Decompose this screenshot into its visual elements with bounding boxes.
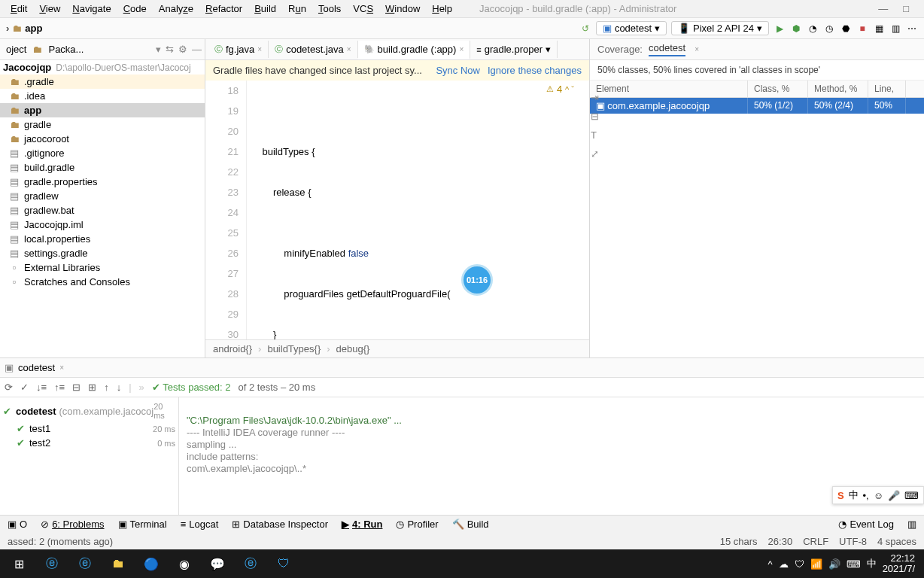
ime-toolbar[interactable]: S 中 •, ☺ 🎤 ⌨ xyxy=(832,486,924,504)
tray-clock[interactable]: 22:122021/7/ xyxy=(883,553,915,575)
project-tab[interactable]: oject xyxy=(3,44,29,55)
sync-icon[interactable]: ↺ xyxy=(579,23,591,35)
taskbar-ie2[interactable]: ⓔ xyxy=(235,552,266,576)
status-position[interactable]: 26:30 xyxy=(768,536,793,547)
database-tab[interactable]: ⊞ Database Inspector xyxy=(232,519,328,530)
tree-item[interactable]: ▤gradle.properties xyxy=(0,175,205,189)
more-icon[interactable]: ⋯ xyxy=(906,23,918,35)
tree-item[interactable]: ▤build.gradle xyxy=(0,160,205,175)
editor-tab[interactable]: ≡gradle.proper▾ xyxy=(470,41,558,58)
tree-item[interactable]: ▤local.properties xyxy=(0,232,205,246)
sort-icon[interactable]: ↓≡ xyxy=(36,382,47,393)
col-line[interactable]: Line, xyxy=(868,81,906,97)
col-element[interactable]: Element xyxy=(590,81,748,97)
coverage-row[interactable]: ▣ com.example.jacocojqp 50% (1/2) 50% (2… xyxy=(590,98,924,114)
ime-icon[interactable]: •, xyxy=(863,490,869,501)
close-icon[interactable]: × xyxy=(347,45,351,53)
tray-ime-icon[interactable]: 中 xyxy=(867,557,877,570)
tree-item[interactable]: ▤gradlew.bat xyxy=(0,203,205,218)
menu-window[interactable]: Window xyxy=(381,3,424,14)
hide-icon[interactable]: — xyxy=(192,44,202,55)
ime-lang[interactable]: 中 xyxy=(849,488,859,502)
expand-icon[interactable]: ⤢ xyxy=(591,148,599,160)
stop-icon[interactable]: ■ xyxy=(856,23,868,35)
taskbar-app[interactable]: ◉ xyxy=(169,552,200,576)
test-root[interactable]: ✔codetest (com.example.jacocoj20 ms xyxy=(3,400,175,421)
sort-icon[interactable]: ↑≡ xyxy=(54,382,65,393)
taskbar-security[interactable]: 🛡 xyxy=(268,552,299,576)
tray-cloud-icon[interactable]: ☁ xyxy=(779,558,789,570)
up-icon[interactable]: ↑ xyxy=(104,382,109,393)
close-icon[interactable]: × xyxy=(59,364,64,372)
test-item[interactable]: ✔test20 ms xyxy=(3,436,175,450)
tree-item[interactable]: 🖿.gradle xyxy=(0,75,205,89)
col-method[interactable]: Method, % xyxy=(808,81,868,97)
attach-icon[interactable]: ⬣ xyxy=(840,23,852,35)
editor-tab[interactable]: Ⓒcodetest.java× xyxy=(269,41,357,58)
menu-navigate[interactable]: Navigate xyxy=(68,3,115,14)
breadcrumb-item[interactable]: buildTypes{} xyxy=(267,343,321,354)
status-indent[interactable]: 4 spaces xyxy=(877,536,916,547)
side-icon[interactable]: ⇥ xyxy=(591,92,599,103)
collapse-icon[interactable]: ⊞ xyxy=(88,382,96,393)
start-button[interactable]: ⊞ xyxy=(3,552,35,576)
run-icon[interactable]: ▶ xyxy=(774,23,786,35)
run-tab[interactable]: ▶ 4: Run xyxy=(342,519,382,530)
tree-item[interactable]: 🖿.idea xyxy=(0,89,205,103)
taskbar-explorer[interactable]: 🖿 xyxy=(102,552,134,576)
profile-icon[interactable]: ◷ xyxy=(823,23,835,35)
sync-now-link[interactable]: Sync Now xyxy=(436,65,480,76)
menu-build[interactable]: Build xyxy=(250,3,281,14)
problems-tab[interactable]: ⊘ 6: Problems xyxy=(41,519,104,530)
breadcrumb-item[interactable]: android{} xyxy=(213,343,252,354)
tree-item[interactable]: ▤.gitignore xyxy=(0,146,205,160)
test-item[interactable]: ✔test120 ms xyxy=(3,421,175,436)
avd-icon[interactable]: ▦ xyxy=(873,23,885,35)
taskbar-ie[interactable]: ⓔ xyxy=(36,552,68,576)
tree-item[interactable]: ▫External Libraries xyxy=(0,260,205,275)
editor-tab[interactable]: Ⓒfg.java× xyxy=(208,41,269,58)
tree-item-app[interactable]: 🖿app xyxy=(0,103,205,117)
build-tab[interactable]: 🔨 Build xyxy=(452,519,489,530)
tree-item[interactable]: ▤settings.gradle xyxy=(0,246,205,260)
project-root[interactable]: Jacocojqp D:\apollo-DuerOS-master\Jacoco… xyxy=(0,60,205,75)
tray-up-icon[interactable]: ^ xyxy=(768,558,773,570)
close-icon[interactable]: × xyxy=(695,45,699,53)
tray-wifi-icon[interactable]: 📶 xyxy=(810,558,822,570)
layout-icon[interactable]: ▥ xyxy=(907,519,916,530)
nav-path[interactable]: app xyxy=(25,23,42,34)
minimize-icon[interactable]: — xyxy=(874,3,892,14)
tray-volume-icon[interactable]: 🔊 xyxy=(828,558,840,570)
warning-indicator[interactable]: ⚠ 4 ^ ˇ xyxy=(546,84,574,95)
tree-item[interactable]: ▤Jacocojqp.iml xyxy=(0,218,205,232)
terminal-tab[interactable]: ▣ Terminal xyxy=(118,519,167,530)
toggle-icon[interactable]: ✓ xyxy=(20,382,29,393)
side-icon[interactable]: ⊟ xyxy=(591,111,599,122)
gear-icon[interactable]: ⚙ xyxy=(178,44,187,55)
menu-tools[interactable]: Tools xyxy=(314,3,345,14)
run-tab[interactable]: codetest xyxy=(18,362,55,373)
ignore-changes-link[interactable]: Ignore these changes xyxy=(488,65,582,76)
menu-vcs[interactable]: VCS xyxy=(348,3,378,14)
menu-help[interactable]: Help xyxy=(427,3,457,14)
test-console[interactable]: "C:\Program Files\Java\jdk-10.0.2\bin\ja… xyxy=(179,397,924,515)
logcat-tab[interactable]: ≡ Logcat xyxy=(181,519,219,530)
run-debug-icon[interactable]: ▣ xyxy=(5,362,14,373)
breadcrumb-item[interactable]: debug{} xyxy=(336,343,370,354)
tree-item[interactable]: 🖿gradle xyxy=(0,117,205,132)
down-icon[interactable]: ↓ xyxy=(117,382,122,393)
collapse-icon[interactable]: ⇆ xyxy=(166,44,174,55)
device-dropdown[interactable]: 📱 Pixel 2 API 24 ▾ xyxy=(671,21,769,35)
ime-icon[interactable]: 🎤 xyxy=(888,490,900,501)
rerun-icon[interactable]: ⟳ xyxy=(5,382,13,393)
code-area[interactable]: buildTypes { release { minifyEnabled fal… xyxy=(247,81,589,339)
menu-refactor[interactable]: Refactor xyxy=(201,3,247,14)
menu-code[interactable]: Code xyxy=(119,3,151,14)
side-icon[interactable]: T xyxy=(591,129,599,141)
taskbar-wechat[interactable]: 💬 xyxy=(202,552,233,576)
ime-icon[interactable]: ⌨ xyxy=(904,490,919,501)
coverage-name[interactable]: codetest xyxy=(649,42,685,56)
profiler-tab[interactable]: ◷ Profiler xyxy=(396,519,438,530)
menu-view[interactable]: View xyxy=(35,3,65,14)
menu-edit[interactable]: EEditdit xyxy=(6,3,32,14)
